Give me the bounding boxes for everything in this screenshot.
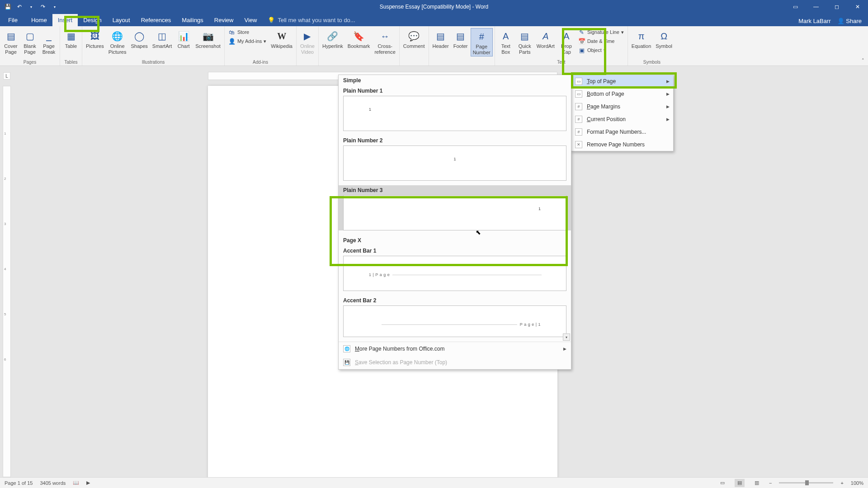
equation-button[interactable]: πEquation [630,28,653,50]
read-mode-icon[interactable]: ▭ [717,479,727,487]
close-icon[interactable]: ✕ [847,4,868,10]
online-video-button[interactable]: ▶OnlineVideo [298,28,316,56]
zoom-level[interactable]: 100% [851,480,863,486]
tab-file[interactable]: File [0,14,26,26]
gallery-category-simple: Simple [339,75,571,86]
hyperlink-icon: 🔗 [326,29,340,43]
group-illustrations: 🖼Pictures 🌐OnlinePictures ◯Shapes ◫Smart… [82,26,225,66]
menu-bottom-of-page[interactable]: ▭ Bottom of Page ▶ [571,88,673,100]
table-button[interactable]: ▦Table [62,28,80,50]
page-break-button[interactable]: ⎯PageBreak [40,28,58,56]
page-number-button[interactable]: #PageNumber [471,28,493,56]
chart-button[interactable]: 📊Chart [175,28,193,50]
zoom-out-icon[interactable]: − [769,480,772,486]
gallery-option-plain-number-3[interactable]: 1 [343,195,566,230]
tab-review[interactable]: Review [209,14,239,26]
save-icon[interactable]: 💾 [4,4,12,10]
macro-icon[interactable]: ▶ [86,480,90,486]
bookmark-button[interactable]: 🔖Bookmark [346,28,372,50]
group-pages: ▤CoverPage ▢BlankPage ⎯PageBreak Pages [0,26,60,66]
share-button[interactable]: 👤 Share [837,18,862,24]
gallery-scrollbar[interactable]: ▾ [563,76,570,341]
signature-line-button[interactable]: ✎Signature Line ▾ [576,28,626,36]
status-words[interactable]: 3405 words [40,480,66,486]
zoom-slider[interactable] [779,482,833,483]
lightbulb-icon: 💡 [268,17,275,23]
wikipedia-icon: W [274,29,289,43]
blank-page-button[interactable]: ▢BlankPage [21,28,39,56]
gallery-option-plain-number-1[interactable]: 1 [343,96,566,131]
footer-button[interactable]: ▤Footer [452,28,470,50]
gallery-option-label: Accent Bar 1 [339,246,571,255]
cover-page-button[interactable]: ▤CoverPage [2,28,20,56]
ribbon-display-options-icon[interactable]: ▭ [785,4,806,10]
chart-icon: 📊 [176,29,191,43]
collapse-ribbon-icon[interactable]: ˄ [862,58,864,64]
shapes-button[interactable]: ◯Shapes [129,28,150,50]
scroll-down-icon[interactable]: ▾ [563,333,570,341]
smartart-icon: ◫ [155,29,170,43]
maximize-icon[interactable]: ◻ [826,4,847,10]
tab-references[interactable]: References [136,14,176,26]
office-icon: 🌐 [343,345,350,352]
symbol-icon: Ω [657,29,671,43]
my-addins-button[interactable]: 👤My Add-ins ▾ [226,37,268,45]
tell-me[interactable]: 💡 Tell me what you want to do... [268,17,355,26]
footer-label: More Page Numbers from Office.com [355,346,445,352]
menu-page-margins[interactable]: # Page Margins ▶ [571,100,673,113]
gallery-footer: 🌐 More Page Numbers from Office.com ▶ 💾 … [339,342,571,369]
qat-customize-icon[interactable]: ▾ [51,5,59,9]
wikipedia-button[interactable]: WWikipedia [269,28,294,50]
smartart-button[interactable]: ◫SmartArt [151,28,174,50]
more-page-numbers-office[interactable]: 🌐 More Page Numbers from Office.com ▶ [339,342,571,356]
zoom-in-icon[interactable]: + [840,480,843,486]
tab-home[interactable]: Home [26,14,52,26]
comment-button[interactable]: 💬Comment [401,28,427,50]
hyperlink-button[interactable]: 🔗Hyperlink [321,28,345,50]
group-label-illustrations: Illustrations [84,60,222,66]
tab-mailings[interactable]: Mailings [176,14,209,26]
tab-design[interactable]: Design [78,14,107,26]
quick-access-toolbar: 💾 ↶ ▾ ↷ ▾ [0,4,59,10]
spell-check-icon[interactable]: 📖 [73,480,79,486]
gallery-option-plain-number-2[interactable]: 1 [343,145,566,181]
redo-icon[interactable]: ↷ [39,4,47,10]
tab-view[interactable]: View [239,14,262,26]
date-time-button[interactable]: 📅Date & Time [576,37,626,45]
web-layout-icon[interactable]: ▥ [752,479,762,487]
menu-remove-page-numbers[interactable]: ✕ Remove Page Numbers [571,138,673,151]
tab-insert[interactable]: Insert [52,14,78,26]
symbol-button[interactable]: ΩSymbol [654,28,674,50]
minimize-icon[interactable]: — [806,4,826,10]
gallery-option-label: Plain Number 3 [339,185,571,194]
cross-reference-button[interactable]: ↔Cross-reference [373,28,397,56]
pictures-button[interactable]: 🖼Pictures [84,28,106,50]
gallery-option-accent-bar-1[interactable]: 1 | P a g e [343,256,566,291]
header-button[interactable]: ▤Header [431,28,451,50]
store-button[interactable]: 🛍Store [226,28,268,36]
tab-layout[interactable]: Layout [107,14,136,26]
gallery-option-accent-bar-2[interactable]: P a g e | 1 [343,305,566,337]
status-page[interactable]: Page 1 of 15 [5,480,33,486]
text-box-button[interactable]: ATextBox [497,28,515,56]
zoom-thumb[interactable] [805,480,809,485]
undo-icon[interactable]: ↶ [15,4,24,10]
vertical-ruler[interactable]: 1 2 3 4 5 6 [3,86,11,477]
group-label-media [298,65,316,66]
remove-page-numbers-icon: ✕ [575,141,582,148]
tab-selector[interactable]: L [3,72,10,80]
print-layout-icon[interactable]: ▤ [735,479,745,487]
group-tables: ▦Table Tables [60,26,82,66]
cross-reference-icon: ↔ [378,29,392,43]
wordart-button[interactable]: AWordArt [535,28,557,50]
screenshot-button[interactable]: 📷Screenshot [193,28,222,50]
menu-current-position[interactable]: # Current Position ▶ [571,113,673,126]
menu-format-page-numbers[interactable]: # Format Page Numbers... [571,126,673,138]
object-button[interactable]: ▣Object ▾ [576,46,626,54]
user-name[interactable]: Mark LaBarr [798,18,831,24]
quick-parts-button[interactable]: ▤QuickParts [516,28,534,56]
online-pictures-button[interactable]: 🌐OnlinePictures [107,28,128,56]
drop-cap-button[interactable]: ADropCap [557,28,576,56]
undo-dropdown-icon[interactable]: ▾ [27,5,35,9]
menu-top-of-page[interactable]: ▭ Top of Page ▶ [571,75,673,88]
